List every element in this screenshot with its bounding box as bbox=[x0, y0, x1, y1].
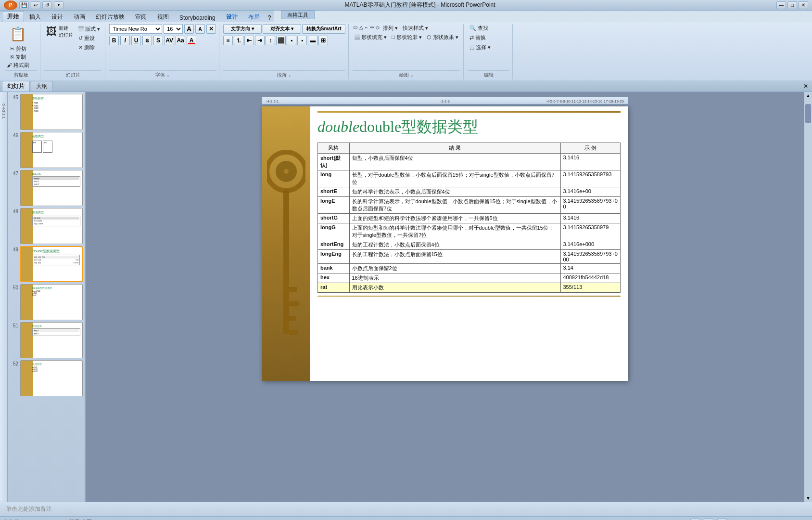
quick-styles-button[interactable]: 快速样式 ▾ bbox=[401, 24, 430, 32]
customize-quick-btn[interactable]: ▼ bbox=[54, 1, 63, 9]
notes-area[interactable]: 单击此处添加备注 bbox=[0, 502, 812, 516]
office-button[interactable]: P bbox=[4, 0, 17, 10]
slide-canvas[interactable]: doubledouble型数据类型 风格 结 果 示 例 short(默认)短型… bbox=[262, 106, 628, 381]
slide-item-49[interactable]: 49 double型数据类型 风格结果示例 short短型3.14 long长型… bbox=[10, 246, 83, 282]
clear-format-btn[interactable]: ✕ bbox=[206, 24, 216, 34]
shape-effect-btn[interactable]: ⬡ 形状效果 ▾ bbox=[425, 33, 460, 41]
tab-storyboarding[interactable]: Storyboarding bbox=[174, 13, 221, 22]
slide-item-47[interactable]: 47 IDEAS 表格数据 内容行1 内容行2 bbox=[10, 170, 83, 206]
view-normal-btn[interactable]: ▦ bbox=[690, 519, 700, 520]
tab-outline[interactable]: 大纲 bbox=[31, 81, 53, 91]
close-btn[interactable]: ✕ bbox=[799, 1, 808, 9]
column-btn[interactable]: ⊞ bbox=[318, 36, 328, 45]
save-quick-btn[interactable]: 💾 bbox=[19, 1, 29, 9]
slide-preview-46[interactable]: 函数类型 数据 处理 bbox=[20, 132, 83, 168]
minimize-btn[interactable]: — bbox=[776, 1, 786, 9]
tab-view[interactable]: 视图 bbox=[152, 12, 174, 22]
case-btn[interactable]: Aa bbox=[176, 36, 185, 45]
tab-home[interactable]: 开始 bbox=[2, 11, 24, 22]
align-right-btn[interactable]: ▪ bbox=[297, 36, 307, 45]
tab-design2[interactable]: 设计 bbox=[221, 12, 243, 22]
replace-button[interactable]: ⇄ 替换 bbox=[468, 34, 488, 42]
maximize-btn[interactable]: □ bbox=[787, 1, 797, 9]
increase-font-btn[interactable]: A bbox=[184, 24, 194, 34]
align-left-btn[interactable]: ⬛ bbox=[276, 36, 286, 45]
find-button[interactable]: 🔍 查找 bbox=[468, 24, 490, 32]
align-text-btn[interactable]: 对齐文本 ▾ bbox=[263, 24, 301, 34]
justify-btn[interactable]: ▬ bbox=[308, 36, 317, 45]
font-family-select[interactable]: Times New Ro bbox=[109, 24, 162, 34]
slide-item-50[interactable]: 50 Double型数据类型 long=2.7182d=3.14fprintf.… bbox=[10, 284, 83, 320]
reset-button[interactable]: ↺ 重设 bbox=[76, 34, 102, 42]
slide-preview-49[interactable]: double型数据类型 风格结果示例 short短型3.14 long长型3.1… bbox=[20, 246, 83, 282]
slide-preview-47[interactable]: IDEAS 表格数据 内容行1 内容行2 bbox=[20, 170, 83, 206]
cell-result: 短型，小数点后面保留4位 bbox=[349, 154, 560, 170]
tab-design[interactable]: 设计 bbox=[46, 12, 68, 22]
italic-btn[interactable]: I bbox=[120, 36, 130, 45]
slide-title[interactable]: doubledouble型数据类型 bbox=[317, 117, 621, 138]
layout-button[interactable]: ▤ 版式 ▾ bbox=[76, 25, 102, 33]
slide-preview-48[interactable]: 数值类型 风格 | 结果 short | 3.1416 long | 3.141… bbox=[20, 208, 83, 244]
tab-insert[interactable]: 插入 bbox=[24, 12, 46, 22]
bullets-btn[interactable]: ≡ bbox=[223, 36, 233, 45]
slide-item-52[interactable]: 52 其他内容 内容行1内容行2内容行3 bbox=[10, 360, 83, 396]
format-painter-button[interactable]: 🖌 格式刷 bbox=[5, 61, 31, 69]
arrange-button[interactable]: 排列 ▾ bbox=[381, 24, 400, 32]
cut-button[interactable]: ✂ 剪切 bbox=[8, 45, 28, 53]
tab-review[interactable]: 审阅 bbox=[130, 12, 152, 22]
tab-layout[interactable]: 布局 bbox=[243, 12, 265, 22]
shape-outline-btn[interactable]: □ 形状轮廓 ▾ bbox=[390, 33, 424, 41]
shape-item[interactable]: ⇦ bbox=[369, 24, 374, 32]
redo-quick-btn[interactable]: ↺ bbox=[42, 1, 52, 9]
numbering-btn[interactable]: ⒈ bbox=[234, 36, 243, 45]
scroll-down-btn[interactable]: ▼ bbox=[805, 494, 812, 502]
line-spacing-btn[interactable]: ↕ bbox=[266, 36, 275, 45]
spacing-btn[interactable]: AV bbox=[165, 36, 174, 45]
scroll-thumb[interactable] bbox=[805, 104, 811, 123]
new-slide-button[interactable]: 🖼 新建幻灯片 bbox=[44, 24, 75, 39]
context-tab-label[interactable]: 表格工具 bbox=[281, 11, 315, 19]
decrease-font-btn[interactable]: A bbox=[195, 24, 205, 34]
tab-slides[interactable]: 幻灯片 bbox=[2, 81, 30, 91]
text-direction-btn[interactable]: 文字方向 ▾ bbox=[223, 24, 262, 34]
paste-button[interactable]: 📋 bbox=[6, 24, 30, 44]
strikethrough-btn[interactable]: S̶ bbox=[142, 36, 152, 45]
underline-btn[interactable]: U bbox=[131, 36, 141, 45]
shape-item[interactable]: ◇ bbox=[375, 24, 380, 32]
shape-fill-btn[interactable]: ▤ 形状填充 ▾ bbox=[353, 33, 389, 41]
font-color-btn[interactable]: A bbox=[187, 36, 196, 45]
shadow-btn[interactable]: S bbox=[153, 36, 163, 45]
table-row: longE长的科学计算法表示，对于double型数值，小数点后面保留15位；对于… bbox=[318, 197, 621, 214]
panel-close-btn[interactable]: ✕ bbox=[801, 82, 810, 91]
copy-button[interactable]: ⎘ 复制 bbox=[9, 53, 28, 61]
shape-item[interactable]: ▭ bbox=[353, 24, 358, 32]
cell-result: 长的工程计数法，小数点后面保留15位 bbox=[349, 250, 560, 264]
vertical-scrollbar[interactable]: ▲ ▼ bbox=[804, 92, 812, 502]
delete-button[interactable]: ✕ 删除 bbox=[76, 43, 102, 52]
align-center-btn[interactable]: ▪ bbox=[287, 36, 296, 45]
slide-item-46[interactable]: 46 函数类型 数据 处理 bbox=[10, 132, 83, 168]
slide-preview-50[interactable]: Double型数据类型 long=2.7182d=3.14fprintf....… bbox=[20, 284, 83, 320]
font-size-select[interactable]: 16 bbox=[164, 24, 183, 34]
decrease-indent-btn[interactable]: ⇤ bbox=[244, 36, 254, 45]
tab-slideshow[interactable]: 幻灯片放映 bbox=[90, 12, 130, 22]
tab-animation[interactable]: 动画 bbox=[68, 12, 90, 22]
data-table[interactable]: 风格 结 果 示 例 short(默认)短型，小数点后面保留4位3.1416lo… bbox=[317, 143, 621, 293]
help-icon[interactable]: ? bbox=[265, 13, 274, 22]
view-slide-sorter-btn[interactable]: ▤ bbox=[704, 519, 713, 520]
slide-item-45[interactable]: 45 数组操作 • 内容1• 内容2• 内容3• 内容4 bbox=[10, 94, 83, 130]
smartart-btn[interactable]: 转换为SmartArt bbox=[302, 24, 345, 34]
view-reading-btn[interactable]: ▣ bbox=[717, 519, 727, 520]
slide-preview-45[interactable]: 数组操作 • 内容1• 内容2• 内容3• 内容4 bbox=[20, 94, 83, 130]
slide-item-51[interactable]: 51 数值运算 表格行1 数据行2 bbox=[10, 322, 83, 358]
bold-btn[interactable]: B bbox=[109, 36, 119, 45]
scroll-up-btn[interactable]: ▲ bbox=[805, 92, 812, 99]
slide-preview-51[interactable]: 数值运算 表格行1 数据行2 bbox=[20, 322, 83, 358]
undo-quick-btn[interactable]: ↩ bbox=[31, 1, 40, 9]
shape-item[interactable]: △ bbox=[359, 24, 364, 32]
slide-item-48[interactable]: 48 数值类型 风格 | 结果 short | 3.1416 long | 3.… bbox=[10, 208, 83, 244]
select-button[interactable]: ⬚ 选择 ▾ bbox=[468, 43, 493, 52]
shape-item[interactable]: ⌐ bbox=[365, 24, 368, 32]
slide-preview-52[interactable]: 其他内容 内容行1内容行2内容行3 bbox=[20, 360, 83, 396]
increase-indent-btn[interactable]: ⇥ bbox=[255, 36, 265, 45]
